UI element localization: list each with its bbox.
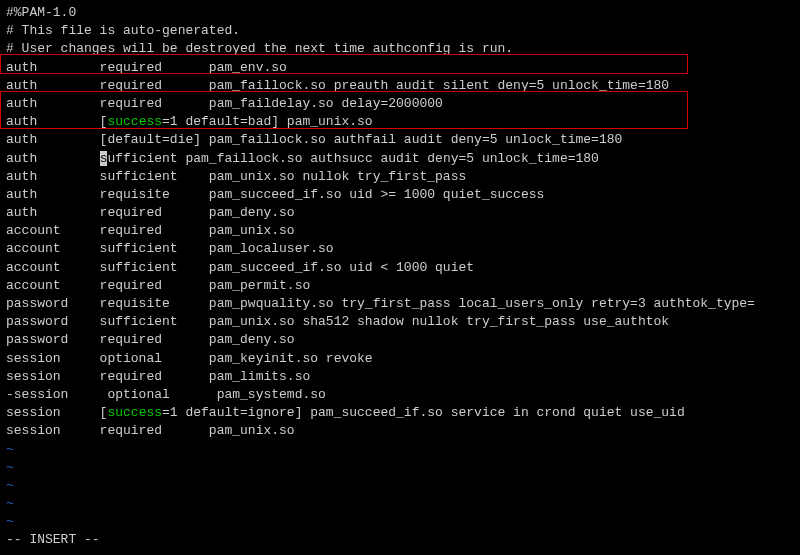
comment-line: # This file is auto-generated. <box>6 22 794 40</box>
pam-session-line: session optional pam_keyinit.so revoke <box>6 350 794 368</box>
pam-account-line: account required pam_unix.so <box>6 222 794 240</box>
pam-password-line: password sufficient pam_unix.so sha512 s… <box>6 313 794 331</box>
vim-tilde: ~ <box>6 459 794 477</box>
pam-account-line: account sufficient pam_localuser.so <box>6 240 794 258</box>
pam-session-line: session [success=1 default=ignore] pam_s… <box>6 404 794 422</box>
comment-line: # User changes will be destroyed the nex… <box>6 40 794 58</box>
pam-session-line: -session optional pam_systemd.so <box>6 386 794 404</box>
pam-session-line: session required pam_limits.so <box>6 368 794 386</box>
success-keyword: success <box>107 114 162 129</box>
pam-auth-line: auth [default=die] pam_faillock.so authf… <box>6 131 794 149</box>
vim-tilde: ~ <box>6 495 794 513</box>
pam-auth-line: auth [success=1 default=bad] pam_unix.so <box>6 113 794 131</box>
vim-tilde: ~ <box>6 513 794 531</box>
pam-account-line: account required pam_permit.so <box>6 277 794 295</box>
vim-mode-status: -- INSERT -- <box>6 531 794 549</box>
pam-auth-line: auth required pam_faillock.so preauth au… <box>6 77 794 95</box>
terminal-editor[interactable]: #%PAM-1.0 # This file is auto-generated.… <box>6 4 794 550</box>
vim-tilde: ~ <box>6 477 794 495</box>
comment-line: #%PAM-1.0 <box>6 4 794 22</box>
pam-auth-line: auth required pam_env.so <box>6 59 794 77</box>
pam-auth-line: auth required pam_deny.so <box>6 204 794 222</box>
pam-auth-line: auth requisite pam_succeed_if.so uid >= … <box>6 186 794 204</box>
pam-auth-line: auth sufficient pam_unix.so nullok try_f… <box>6 168 794 186</box>
vim-tilde: ~ <box>6 441 794 459</box>
success-keyword: success <box>107 405 162 420</box>
pam-auth-line: auth sufficient pam_faillock.so authsucc… <box>6 150 794 168</box>
pam-account-line: account sufficient pam_succeed_if.so uid… <box>6 259 794 277</box>
pam-session-line: session required pam_unix.so <box>6 422 794 440</box>
pam-auth-line: auth required pam_faildelay.so delay=200… <box>6 95 794 113</box>
pam-password-line: password required pam_deny.so <box>6 331 794 349</box>
pam-password-line: password requisite pam_pwquality.so try_… <box>6 295 794 313</box>
